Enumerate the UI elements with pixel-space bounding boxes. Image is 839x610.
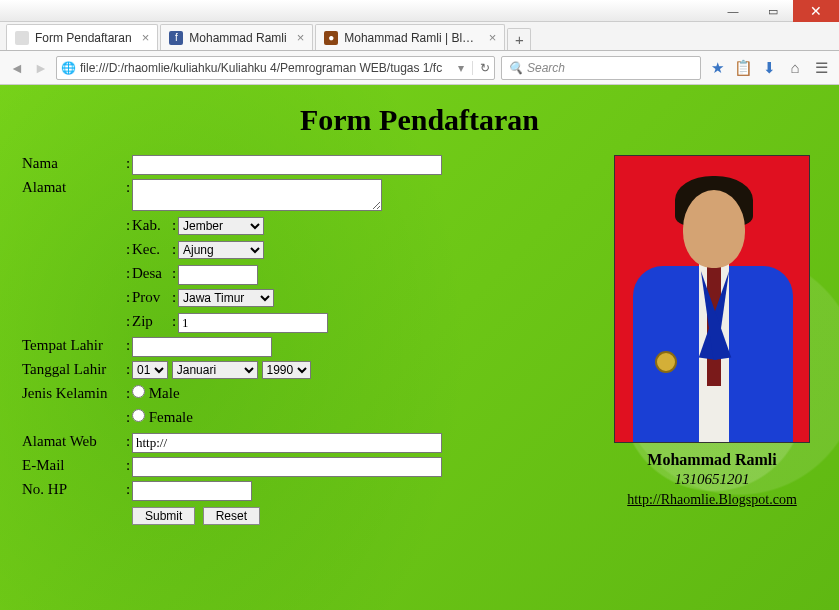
page-favicon-icon: [15, 31, 29, 45]
kec-select[interactable]: Ajung: [178, 241, 264, 259]
label-kab: Kab.: [132, 217, 172, 234]
label-email: E-Mail: [22, 457, 126, 474]
close-button[interactable]: ✕: [793, 0, 839, 22]
dropdown-history-icon[interactable]: ▾: [458, 61, 464, 75]
prov-select[interactable]: Jawa Timur: [178, 289, 274, 307]
label-jenis-kelamin: Jenis Kelamin: [22, 385, 126, 402]
close-tab-icon[interactable]: ×: [489, 30, 497, 45]
label-male: Male: [149, 385, 180, 401]
page-title: Form Pendaftaran: [22, 103, 817, 137]
search-icon: 🔍: [508, 61, 523, 75]
blog-favicon-icon: ●: [324, 31, 338, 45]
label-desa: Desa: [132, 265, 172, 282]
reload-icon[interactable]: ↻: [472, 61, 490, 75]
submit-button[interactable]: [132, 507, 195, 525]
home-icon[interactable]: ⌂: [785, 58, 805, 78]
profile-sidebar: Mohammad Ramli 1310651201 http://Rhaomli…: [607, 155, 817, 525]
tgl-day-select[interactable]: 01: [132, 361, 168, 379]
clipboard-icon[interactable]: 📋: [733, 58, 753, 78]
profile-photo: [614, 155, 810, 443]
minimize-button[interactable]: —: [713, 0, 753, 22]
search-placeholder: Search: [527, 61, 565, 75]
registration-form: Nama : Alamat : : Kab.: Jember : Kec.: A…: [22, 155, 577, 525]
tab-facebook[interactable]: f Mohammad Ramli ×: [160, 24, 313, 50]
label-alamat-web: Alamat Web: [22, 433, 126, 450]
window-titlebar: — ▭ ✕: [0, 0, 839, 22]
nama-input[interactable]: [132, 155, 442, 175]
page-content: Form Pendaftaran Nama : Alamat : : Kab.:…: [0, 85, 839, 610]
browser-tabs: Form Pendaftaran × f Mohammad Ramli × ● …: [0, 22, 839, 51]
label-tempat-lahir: Tempat Lahir: [22, 337, 126, 354]
tab-label: Form Pendaftaran: [35, 31, 132, 45]
tab-blog[interactable]: ● Mohammad Ramli | Blog A... ×: [315, 24, 505, 50]
close-tab-icon[interactable]: ×: [142, 30, 150, 45]
label-nama: Nama: [22, 155, 126, 172]
facebook-favicon-icon: f: [169, 31, 183, 45]
alamat-web-input[interactable]: [132, 433, 442, 453]
label-zip: Zip: [132, 313, 172, 330]
profile-name: Mohammad Ramli: [607, 451, 817, 469]
url-text: file:///D:/rhaomlie/kuliahku/Kuliahku 4/…: [80, 61, 454, 75]
tgl-year-select[interactable]: 1990: [262, 361, 311, 379]
download-icon[interactable]: ⬇: [759, 58, 779, 78]
label-prov: Prov: [132, 289, 172, 306]
alamat-textarea[interactable]: [132, 179, 382, 211]
profile-link[interactable]: http://Rhaomlie.Blogspot.com: [607, 492, 817, 508]
browser-toolbar: ◄ ► 🌐 file:///D:/rhaomlie/kuliahku/Kulia…: [0, 51, 839, 85]
label-alamat: Alamat: [22, 179, 126, 196]
search-box[interactable]: 🔍 Search: [501, 56, 701, 80]
label-female: Female: [149, 409, 193, 425]
reset-button[interactable]: [203, 507, 260, 525]
label-kec: Kec.: [132, 241, 172, 258]
gender-male-radio[interactable]: [132, 385, 145, 398]
profile-nim: 1310651201: [607, 471, 817, 488]
zip-input[interactable]: [178, 313, 328, 333]
label-nohp: No. HP: [22, 481, 126, 498]
close-tab-icon[interactable]: ×: [297, 30, 305, 45]
tab-label: Mohammad Ramli | Blog A...: [344, 31, 478, 45]
tab-form-pendaftaran[interactable]: Form Pendaftaran ×: [6, 24, 158, 50]
maximize-button[interactable]: ▭: [753, 0, 793, 22]
back-button[interactable]: ◄: [8, 59, 26, 77]
bookmark-star-icon[interactable]: ★: [707, 58, 727, 78]
tgl-month-select[interactable]: Januari: [172, 361, 258, 379]
menu-icon[interactable]: ☰: [811, 58, 831, 78]
address-bar[interactable]: 🌐 file:///D:/rhaomlie/kuliahku/Kuliahku …: [56, 56, 495, 80]
label-tanggal-lahir: Tanggal Lahir: [22, 361, 126, 378]
site-identity-icon: 🌐: [61, 61, 76, 75]
tab-label: Mohammad Ramli: [189, 31, 286, 45]
kab-select[interactable]: Jember: [178, 217, 264, 235]
forward-button[interactable]: ►: [32, 59, 50, 77]
email-input[interactable]: [132, 457, 442, 477]
desa-input[interactable]: [178, 265, 258, 285]
tempat-lahir-input[interactable]: [132, 337, 272, 357]
new-tab-button[interactable]: +: [507, 28, 531, 50]
gender-female-radio[interactable]: [132, 409, 145, 422]
nohp-input[interactable]: [132, 481, 252, 501]
